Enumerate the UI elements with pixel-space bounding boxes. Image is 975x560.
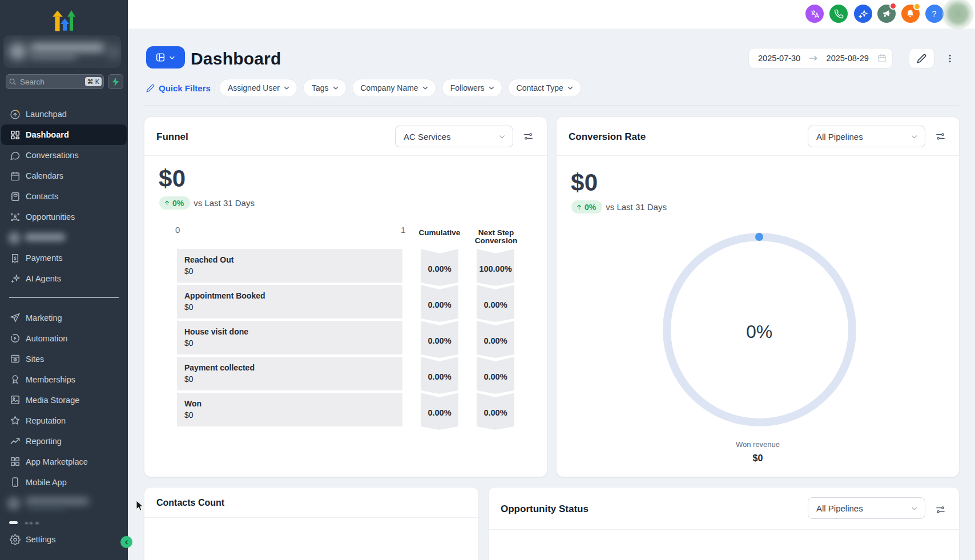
svg-text:?: ? (932, 9, 937, 18)
